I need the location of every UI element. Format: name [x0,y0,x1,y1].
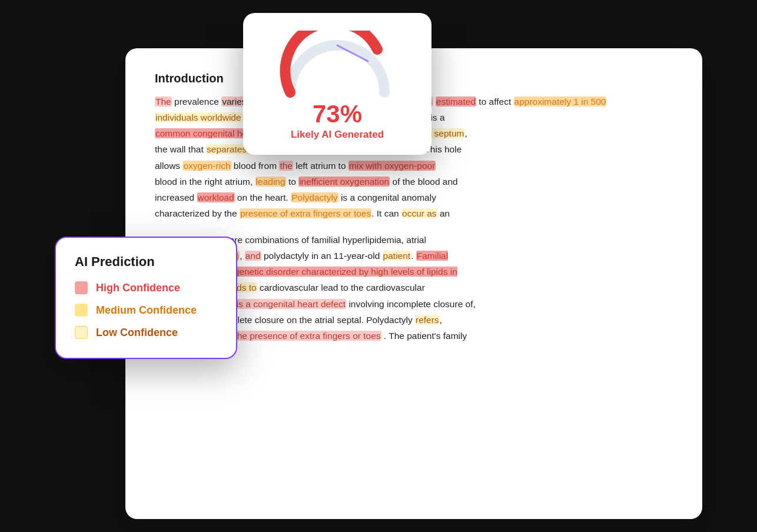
highlight-patient: patient [383,251,411,261]
gauge-label: Likely AI Generated [261,129,414,141]
legend-item-low: Low Confidence [75,326,217,339]
medium-confidence-label: Medium Confidence [96,304,197,317]
gauge-percent: 73% [261,102,414,127]
highlight-and: and [245,251,261,261]
highlight-approximately: approximately 1 in 500 [514,97,607,107]
low-confidence-swatch [75,326,88,339]
gauge-chart [278,31,396,98]
highlight-inefficient: inefficient oxygenation [298,177,390,187]
highlight-leading: leading [255,177,286,187]
highlight-occur: occur as [401,208,437,218]
highlight-mix: mix with oxygen-poor [348,161,436,171]
highlight-is-congenital: is a congenital heart defect [236,299,346,309]
highlight-individuals: individuals worldwide [155,112,242,122]
highlight-oxygen-rich: oxygen-rich [182,161,231,171]
gauge-card: 73% Likely AI Generated [243,13,431,155]
legend-card: AI Prediction High Confidence Medium Con… [55,237,237,359]
high-confidence-label: High Confidence [96,282,180,294]
highlight-presence: presence of extra fingers or toes [240,208,371,218]
highlight-polydactyly: Polydactyly [291,192,338,202]
legend-item-medium: Medium Confidence [75,304,217,317]
medium-confidence-swatch [75,304,88,317]
highlight-refers: refers [415,315,440,325]
highlight-the2: the [279,161,293,171]
low-confidence-label: Low Confidence [96,327,178,339]
high-confidence-swatch [75,281,88,294]
highlight-the: The [155,97,172,107]
legend-title: AI Prediction [75,254,217,270]
gauge-svg [278,31,396,98]
highlight-estimated: estimated [436,97,476,107]
legend-item-high: High Confidence [75,281,217,294]
highlight-workload: workload [197,192,235,202]
